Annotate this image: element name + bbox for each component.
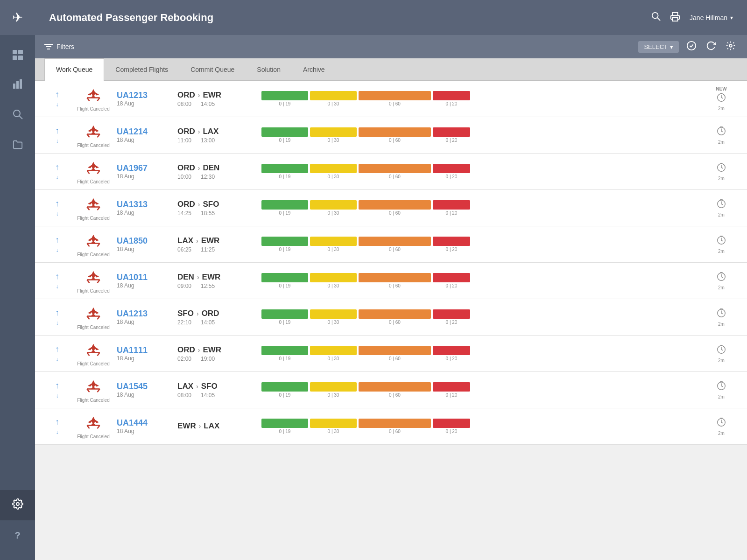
refresh-button[interactable] [704,39,718,55]
flight-number-col: UA1214 18 Aug [117,127,177,143]
flight-number-link[interactable]: UA1213 [117,309,177,319]
user-menu[interactable]: Jane Hillman ▾ [690,14,733,21]
bar-3 [433,164,470,173]
timer-button[interactable] [716,199,726,211]
priority-down-button[interactable]: ↓ [56,138,59,144]
flight-number-link[interactable]: UA1850 [117,236,177,246]
timer-button[interactable] [716,381,726,393]
priority-down-button[interactable]: ↓ [56,210,59,217]
sidebar-item-settings[interactable] [0,490,35,520]
priority-down-button[interactable]: ↓ [56,247,59,253]
priority-down-button[interactable]: ↓ [56,101,59,108]
bar-value-1: 0 | 30 [328,247,339,252]
timer-button[interactable] [716,126,726,139]
check-all-button[interactable] [684,39,698,55]
departure-time: 06:25 [177,246,191,253]
flight-number-link[interactable]: UA1545 [117,382,177,392]
flight-number-link[interactable]: UA1213 [117,91,177,100]
arrival-time: 14:05 [201,392,215,399]
svg-point-3 [14,110,20,117]
status-col: Flight Canceled [70,341,117,366]
flight-canceled-icon [85,304,101,323]
sidebar-item-dashboard[interactable] [0,40,35,70]
timer-button[interactable] [716,272,726,284]
bar-value-2: 0 | 60 [389,320,401,325]
priority-up-button[interactable]: ↑ [55,235,59,245]
bar-value-3: 0 | 20 [446,247,458,252]
priority-up-button[interactable]: ↑ [55,90,59,99]
priority-up-button[interactable]: ↑ [55,344,59,354]
header: Automated Passenger Rebooking Jane Hillm… [35,0,747,35]
priority-up-button[interactable]: ↑ [55,162,59,172]
flight-list: ↑ ↓ Flight Canceled UA1213 [35,81,747,560]
tab-work-queue[interactable]: Work Queue [44,58,104,81]
bar-value-3: 0 | 20 [446,320,458,325]
capacity-bars: 0 | 19 0 | 30 0 | 60 0 | 20 [252,127,705,143]
flight-date: 18 Aug [117,392,177,398]
priority-down-button[interactable]: ↓ [56,356,59,363]
action-col: 2m [705,381,738,399]
flight-number-link[interactable]: UA1111 [117,345,177,355]
arrival-time: 18:55 [201,210,215,217]
arrival-time: 12:30 [201,174,215,180]
priority-up-button[interactable]: ↑ [55,417,59,427]
priority-col: ↑ ↓ [44,199,70,217]
priority-down-button[interactable]: ↓ [56,174,59,181]
tab-commit-queue[interactable]: Commit Queue [179,58,246,81]
priority-col: ↑ ↓ [44,381,70,399]
route-arrow-icon: › [198,164,200,172]
priority-col: ↑ ↓ [44,235,70,253]
status-col: Flight Canceled [70,413,117,439]
sidebar-item-tools[interactable] [0,131,35,161]
timer-button[interactable] [716,344,726,357]
flight-number-link[interactable]: UA1011 [117,273,177,282]
priority-up-button[interactable]: ↑ [55,272,59,281]
search-button[interactable] [651,12,661,23]
flight-number-link[interactable]: UA1444 [117,418,177,428]
priority-up-button[interactable]: ↑ [55,308,59,318]
dest-airport: LAX [203,127,218,136]
select-button[interactable]: SELECT ▾ [638,41,679,53]
timer-button[interactable] [716,235,726,248]
bar-2 [359,237,431,246]
flight-date: 18 Aug [117,246,177,252]
flight-number-link[interactable]: UA1214 [117,127,177,137]
bar-group-3: 0 | 20 [433,127,470,143]
tab-completed-flights[interactable]: Completed Flights [104,58,179,81]
priority-up-button[interactable]: ↑ [55,381,59,391]
sidebar-item-analytics[interactable] [0,70,35,100]
bar-value-1: 0 | 30 [328,283,339,288]
toolbar: Filters SELECT ▾ [35,35,747,58]
tab-archive[interactable]: Archive [292,58,336,81]
svg-rect-8 [673,18,678,21]
sidebar-item-search[interactable] [0,100,35,131]
sidebar-item-help[interactable]: ? [0,520,35,551]
bar-group-3: 0 | 20 [433,91,470,106]
print-button[interactable] [670,12,680,23]
flight-status-label: Flight Canceled [77,216,109,221]
priority-down-button[interactable]: ↓ [56,392,59,399]
tab-solution[interactable]: Solution [246,58,292,81]
timer-button[interactable] [716,92,726,105]
bar-group-1: 0 | 30 [310,237,357,252]
timer-button[interactable] [716,308,726,321]
table-row: ↑ ↓ Flight Canceled UA1313 [35,190,747,226]
bar-value-1: 0 | 30 [328,138,339,143]
flight-number-link[interactable]: UA1967 [117,163,177,173]
settings-button[interactable] [724,39,738,55]
priority-down-button[interactable]: ↓ [56,429,59,435]
departure-time: 10:00 [177,174,191,180]
route-arrow-icon: › [197,273,199,281]
flight-number-link[interactable]: UA1313 [117,200,177,210]
bar-value-0: 0 | 19 [279,210,291,216]
priority-down-button[interactable]: ↓ [56,283,59,290]
filter-button[interactable]: Filters [44,43,74,50]
app-logo[interactable]: ✈ [0,0,35,35]
priority-up-button[interactable]: ↑ [55,199,59,209]
timer-button[interactable] [716,162,726,175]
help-icon: ? [14,530,20,541]
timer-button[interactable] [716,417,726,430]
priority-down-button[interactable]: ↓ [56,320,59,326]
priority-up-button[interactable]: ↑ [55,126,59,136]
action-col: 2m [705,417,738,436]
